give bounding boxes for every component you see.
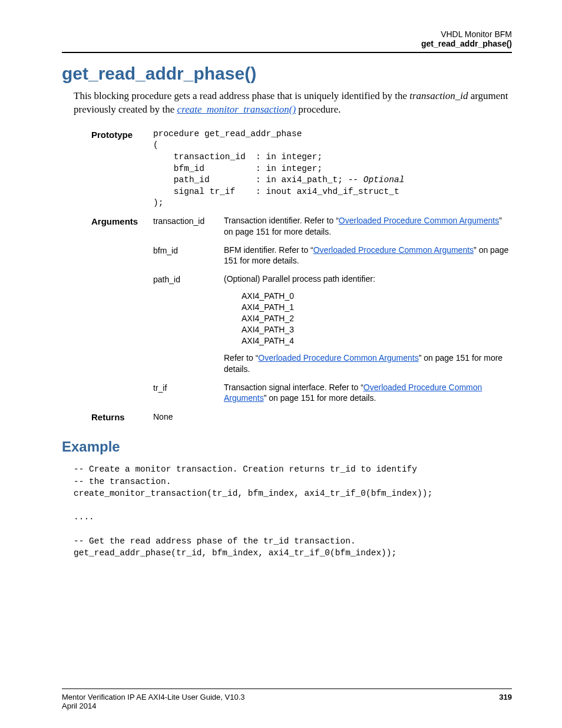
arg1-pre: BFM identifier. Refer to “ [224,245,313,255]
prototype-row: Prototype procedure get_read_addr_phase … [91,129,512,209]
path-option-0: AXI4_PATH_0 [242,291,512,302]
arg-name-bfm-id: bfm_id [153,245,224,255]
arg2-pre2: Refer to “ [224,353,258,363]
page-title: get_read_addr_phase() [62,64,512,84]
arguments-row-path-id: path_id (Optional) Parallel process path… [91,274,512,374]
arg2-desc2: Refer to “Overloaded Procedure Common Ar… [224,353,512,375]
arguments-row-tr-if: tr_if Transaction signal interface. Refe… [91,382,512,404]
intro-text-3: procedure. [296,104,340,115]
arguments-label: Arguments [91,215,153,226]
proto-line-5a: path_id : in axi4_path_t; [153,175,348,185]
header-section: VHDL Monitor BFM [62,29,512,39]
returns-value: None [153,411,224,421]
arg-name-path-id: path_id [153,274,224,284]
proto-line-6: signal tr_if : inout axi4_vhd_if_struct_… [153,187,399,196]
page-footer: Mentor Verification IP AE AXI4-Lite User… [62,689,512,710]
path-id-options: AXI4_PATH_0 AXI4_PATH_1 AXI4_PATH_2 AXI4… [242,291,512,346]
footer-page-number: 319 [499,693,512,701]
header-topic: get_read_addr_phase() [62,39,512,48]
overloaded-args-link-0[interactable]: Overloaded Procedure Common Arguments [339,216,499,225]
arg-name-transaction-id: transaction_id [153,215,224,226]
create-monitor-transaction-link[interactable]: create_monitor_transaction() [177,104,296,115]
arg-name-tr-if: tr_if [153,382,224,393]
path-option-2: AXI4_PATH_2 [242,313,512,324]
arg-desc-path-id: (Optional) Parallel process path identif… [224,274,512,374]
returns-row: Returns None [91,411,512,422]
arg-desc-tr-if: Transaction signal interface. Refer to “… [224,382,512,404]
footer-guide-name: Mentor Verification IP AE AXI4-Lite User… [62,693,244,701]
path-option-1: AXI4_PATH_1 [242,302,512,313]
footer-date: April 2014 [62,701,512,710]
proto-line-2: ( [153,140,158,150]
arg3-post: ” on page 151 for more details. [264,393,376,403]
arguments-row-transaction-id: Arguments transaction_id Transaction ide… [91,215,512,238]
arg3-pre: Transaction signal interface. Refer to “ [224,383,363,392]
arguments-row-bfm-id: bfm_id BFM identifier. Refer to “Overloa… [91,245,512,267]
arg-desc-transaction-id: Transaction identifier. Refer to “Overlo… [224,215,512,238]
definition-table: Prototype procedure get_read_addr_phase … [91,129,512,422]
overloaded-args-link-1[interactable]: Overloaded Procedure Common Arguments [313,245,474,255]
prototype-label: Prototype [91,129,153,140]
intro-italic-1: transaction_id [409,90,468,101]
path-option-3: AXI4_PATH_3 [242,324,512,335]
arg0-pre: Transaction identifier. Refer to “ [224,216,339,225]
page-header: VHDL Monitor BFM get_read_addr_phase() [62,29,512,48]
arg-desc-bfm-id: BFM identifier. Refer to “Overloaded Pro… [224,245,512,267]
proto-line-1: procedure get_read_addr_phase [153,129,302,139]
intro-text-1: This blocking procedure gets a read addr… [74,90,409,101]
proto-line-7: ); [153,198,163,207]
example-code-block: -- Create a monitor transaction. Creatio… [74,463,512,559]
overloaded-args-link-2[interactable]: Overloaded Procedure Common Arguments [258,353,418,363]
returns-label: Returns [91,411,153,422]
arg2-pre: (Optional) Parallel process path identif… [224,274,512,285]
path-option-4: AXI4_PATH_4 [242,335,512,347]
proto-line-3: transaction_id : in integer; [153,152,322,162]
footer-rule [62,689,512,689]
proto-line-4: bfm_id : in integer; [153,164,322,173]
header-rule [62,52,512,53]
prototype-code: procedure get_read_addr_phase ( transact… [153,129,404,209]
intro-paragraph: This blocking procedure gets a read addr… [74,90,512,117]
example-heading: Example [62,439,512,455]
proto-line-5b: -- Optional [348,175,405,185]
